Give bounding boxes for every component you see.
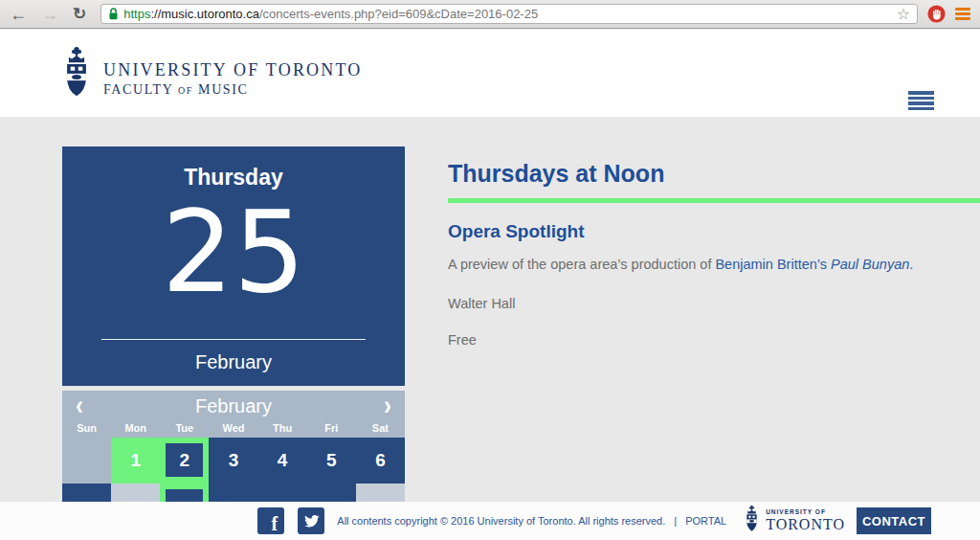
event-title: Opera Spotlight: [448, 221, 585, 242]
event-venue: Walter Hall: [448, 296, 515, 311]
uoft-wordmark: UNIVERSITY OF TORONTO: [766, 509, 845, 533]
day-name: Fri: [307, 421, 356, 438]
calendar-prev-icon[interactable]: ‹: [76, 387, 83, 423]
site-header: UNIVERSITY OF TORONTO FACULTY OF MUSIC: [0, 30, 980, 117]
twitter-icon[interactable]: [298, 507, 324, 534]
calendar-cell-day[interactable]: 6: [356, 438, 405, 484]
browser-menu-icon[interactable]: [955, 8, 970, 20]
calendar-cell-day[interactable]: [258, 484, 307, 502]
mini-calendar-header: ‹ February ›: [62, 391, 405, 421]
series-title: Thursdays at Noon: [448, 160, 664, 188]
event-description-link[interactable]: Benjamin Britten’s Paul Bunyan.: [715, 257, 913, 272]
uoft-crest-icon: [743, 505, 761, 537]
extension-stop-hand-icon[interactable]: [927, 5, 946, 23]
day-name: Tue: [160, 421, 209, 438]
calendar-cell-day: [111, 484, 160, 502]
browser-toolbar: ← → ↻ https://music.utoronto.ca/concerts…: [0, 0, 980, 29]
uoft-crest-icon: [59, 44, 94, 105]
calendar-column: Thursday 25 February ‹ February › Sun Mo…: [62, 146, 405, 502]
selected-date-card: Thursday 25 February: [62, 146, 405, 386]
calendar-cell-day[interactable]: [209, 484, 257, 502]
day-name: Thu: [258, 421, 307, 438]
calendar-week-row-clipped: [62, 484, 405, 502]
calendar-cell-day: [356, 484, 405, 502]
main-content: Thursday 25 February ‹ February › Sun Mo…: [0, 117, 980, 502]
calendar-cell-day[interactable]: 4: [258, 438, 307, 484]
uoft-footer-logo[interactable]: UNIVERSITY OF TORONTO: [743, 505, 845, 537]
calendar-cell-day[interactable]: [307, 484, 356, 502]
calendar-cell-day[interactable]: [160, 484, 209, 502]
address-bar[interactable]: https://music.utoronto.ca/concerts-event…: [100, 4, 918, 24]
https-padlock-icon[interactable]: [108, 7, 119, 21]
footer-separator: |: [674, 515, 677, 527]
site-nav-menu-icon[interactable]: [908, 91, 934, 110]
portal-link[interactable]: PORTAL: [685, 515, 726, 527]
day-name: Sun: [62, 421, 111, 438]
back-icon[interactable]: ←: [10, 6, 27, 23]
logo-org-name: UNIVERSITY OF TORONTO: [103, 60, 363, 80]
url-path: /concerts-events.php?eid=609&cDate=2016-…: [259, 7, 538, 21]
green-divider: [448, 198, 980, 203]
calendar-week-row: 1 2 3 4 5 6: [62, 438, 405, 484]
date-card-month: February: [62, 351, 405, 373]
event-description: A preview of the opera area’s production…: [448, 257, 913, 272]
reload-icon[interactable]: ↻: [73, 6, 86, 22]
event-price: Free: [448, 332, 477, 348]
calendar-cell-day[interactable]: 1: [111, 438, 160, 484]
calendar-cell-day[interactable]: 2: [160, 438, 209, 484]
calendar-next-icon[interactable]: ›: [384, 387, 391, 423]
url-domain: ://music.utoronto.ca: [150, 7, 258, 21]
mini-calendar-day-names: Sun Mon Tue Wed Thu Fri Sat: [62, 421, 405, 438]
browser-window: ← → ↻ https://music.utoronto.ca/concerts…: [0, 0, 980, 540]
day-name: Sat: [356, 421, 405, 438]
facebook-icon[interactable]: f: [257, 507, 284, 534]
day-name: Mon: [111, 421, 160, 438]
calendar-cell-empty: [62, 438, 111, 484]
contact-button[interactable]: CONTACT: [857, 507, 931, 534]
url-scheme: https: [123, 7, 150, 21]
logo-text: UNIVERSITY OF TORONTO FACULTY OF MUSIC: [103, 60, 363, 105]
calendar-cell-day[interactable]: 3: [209, 438, 257, 484]
date-card-divider: [101, 339, 366, 340]
mini-calendar-month: February: [62, 391, 405, 421]
day-name: Wed: [209, 421, 257, 438]
calendar-cell-day[interactable]: [62, 484, 111, 502]
forward-icon: →: [41, 6, 58, 23]
bookmark-star-icon[interactable]: ☆: [897, 7, 910, 22]
uoft-music-logo[interactable]: UNIVERSITY OF TORONTO FACULTY OF MUSIC: [59, 44, 363, 105]
mini-calendar: ‹ February › Sun Mon Tue Wed Thu Fri Sat…: [62, 391, 405, 502]
site-footer: f All contents copyright © 2016 Universi…: [0, 502, 980, 540]
logo-dept-name: FACULTY OF MUSIC: [103, 82, 363, 98]
event-details-column: Thursdays at Noon Opera Spotlight A prev…: [448, 117, 980, 502]
url-text: https://music.utoronto.ca/concerts-event…: [123, 7, 896, 21]
date-card-day: 25: [62, 191, 405, 315]
copyright-text: All contents copyright © 2016 University…: [337, 515, 665, 527]
calendar-cell-day[interactable]: 5: [307, 438, 356, 484]
